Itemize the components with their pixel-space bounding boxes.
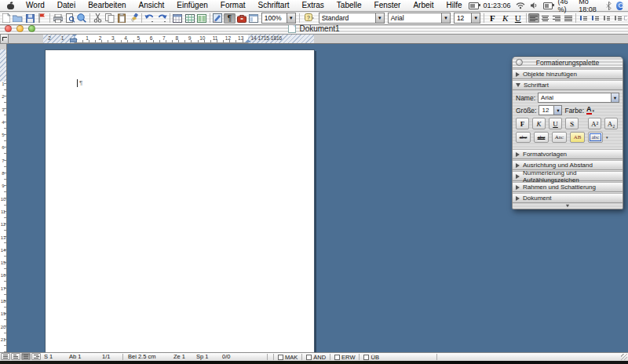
cut-icon[interactable] bbox=[92, 13, 103, 24]
shadow-button[interactable]: S bbox=[565, 118, 579, 129]
underline-button[interactable]: U bbox=[512, 13, 524, 23]
outline-view-button[interactable] bbox=[31, 353, 41, 360]
status-toggle[interactable]: ERW bbox=[330, 354, 359, 360]
menu-item[interactable]: Ansicht bbox=[133, 0, 171, 11]
bluetooth-icon[interactable] bbox=[606, 1, 612, 10]
right-indent-marker[interactable] bbox=[245, 39, 251, 42]
toolbox-icon[interactable] bbox=[236, 13, 247, 24]
volume-icon[interactable] bbox=[530, 1, 539, 10]
bold-button[interactable]: F bbox=[516, 118, 529, 129]
print-icon[interactable] bbox=[53, 13, 64, 24]
character-border-button[interactable]: abc bbox=[588, 132, 603, 143]
menu-item[interactable]: Extras bbox=[296, 0, 330, 11]
decrease-indent-button[interactable] bbox=[601, 13, 612, 23]
font-color-well[interactable]: A ▾ bbox=[586, 106, 594, 115]
columns-icon[interactable] bbox=[196, 13, 207, 24]
size-dropdown[interactable]: 12 ▼ bbox=[454, 13, 480, 24]
palette-section[interactable]: Dokument bbox=[513, 193, 623, 203]
section-font[interactable]: Schriftart bbox=[513, 80, 623, 90]
paste-icon[interactable] bbox=[116, 13, 127, 24]
palette-title-bar[interactable]: Formatierungspalette bbox=[513, 57, 623, 68]
menu-item[interactable]: Tabelle bbox=[330, 0, 368, 11]
zoom-dropdown[interactable]: 100% ▼ bbox=[261, 13, 296, 24]
status-toggle[interactable]: MAK bbox=[273, 354, 301, 360]
save-icon[interactable] bbox=[24, 13, 35, 24]
normal-view-button[interactable] bbox=[1, 353, 10, 360]
undo-icon[interactable] bbox=[144, 13, 155, 24]
menu-item[interactable]: Word bbox=[20, 0, 51, 11]
style-dropdown[interactable]: Standard ▼ bbox=[319, 13, 385, 24]
bulleted-list-button[interactable] bbox=[590, 13, 601, 23]
borders-icon[interactable] bbox=[624, 13, 628, 24]
italic-button[interactable]: K bbox=[498, 13, 511, 23]
palette-close-button[interactable] bbox=[516, 59, 523, 66]
spotlight-icon[interactable] bbox=[616, 2, 623, 10]
palette-section[interactable]: Formatvorlagen bbox=[513, 149, 623, 159]
left-indent-marker[interactable] bbox=[70, 38, 77, 42]
bold-button[interactable]: F bbox=[486, 13, 498, 23]
document-page[interactable]: ¶ bbox=[45, 49, 315, 352]
battery-time-icon[interactable] bbox=[469, 2, 479, 9]
drawing-icon[interactable] bbox=[212, 13, 223, 24]
menu-item[interactable]: Arbeit bbox=[407, 0, 440, 11]
copy-icon[interactable] bbox=[104, 13, 115, 24]
menu-item[interactable]: Format bbox=[214, 0, 252, 11]
help-icon[interactable]: ? bbox=[301, 13, 316, 24]
status-toggle[interactable]: ÄND bbox=[301, 354, 330, 360]
open-icon[interactable] bbox=[13, 13, 24, 24]
menu-clock[interactable]: Mo 18:08 bbox=[579, 0, 601, 13]
subscript-button[interactable]: A₂ bbox=[604, 118, 618, 129]
palette-section[interactable]: Rahmen und Schattierung bbox=[513, 182, 623, 192]
gallery-icon[interactable] bbox=[248, 13, 259, 24]
tab-stop-selector[interactable] bbox=[0, 34, 9, 44]
page-layout-view-button[interactable] bbox=[21, 353, 31, 360]
superscript-button[interactable]: A² bbox=[588, 118, 601, 129]
font-name-value: Arial bbox=[539, 94, 611, 101]
increase-indent-button[interactable] bbox=[612, 13, 623, 23]
small-caps-button[interactable]: Abc bbox=[552, 132, 567, 143]
ruler-number: 2 bbox=[43, 34, 56, 43]
print-preview-icon[interactable] bbox=[64, 13, 75, 24]
highlight-button[interactable]: AB bbox=[570, 132, 585, 143]
insert-table-icon[interactable] bbox=[172, 13, 183, 24]
font-name-dropdown[interactable]: Arial ▼ bbox=[538, 93, 619, 103]
apple-menu-icon[interactable] bbox=[7, 2, 13, 9]
new-document-icon[interactable] bbox=[1, 13, 12, 24]
underline-button[interactable]: U bbox=[549, 118, 562, 129]
menu-item[interactable]: Bearbeiten bbox=[82, 0, 132, 11]
palette-section[interactable]: Nummerierung und Aufzählungszeichen bbox=[513, 171, 623, 181]
checkbox-icon bbox=[334, 355, 340, 360]
section-add-objects[interactable]: Objekte hinzufügen bbox=[513, 69, 623, 79]
redo-icon[interactable] bbox=[156, 13, 167, 24]
status-toggle[interactable]: ÜB bbox=[359, 354, 382, 360]
align-right-button[interactable] bbox=[551, 13, 562, 23]
font-dropdown[interactable]: Arial ▼ bbox=[388, 13, 451, 24]
menu-item[interactable]: Fenster bbox=[368, 0, 407, 11]
horizontal-ruler[interactable]: 21 12345678910111213141516 1718 bbox=[9, 34, 628, 44]
flag-for-followup-icon[interactable] bbox=[36, 13, 47, 24]
online-layout-view-button[interactable] bbox=[11, 353, 20, 360]
menu-item[interactable]: Datei bbox=[51, 0, 82, 11]
vertical-ruler[interactable]: 123456789101112131415161718192021 bbox=[0, 44, 7, 352]
disclosure-triangle-icon bbox=[516, 72, 520, 77]
palette-resize-strip[interactable] bbox=[513, 203, 623, 209]
insert-excel-table-icon[interactable] bbox=[184, 13, 195, 24]
align-center-button[interactable] bbox=[540, 13, 551, 23]
strikethrough-button[interactable]: abc bbox=[516, 132, 531, 143]
align-left-button[interactable] bbox=[528, 13, 539, 23]
wifi-icon[interactable] bbox=[516, 1, 525, 10]
align-justify-button[interactable] bbox=[563, 13, 574, 23]
font-size-dropdown[interactable]: 12 ▼ bbox=[539, 105, 562, 115]
menu-item[interactable]: Schriftart bbox=[251, 0, 295, 11]
numbered-list-button[interactable] bbox=[578, 13, 589, 23]
format-painter-icon[interactable] bbox=[128, 13, 139, 24]
menu-item[interactable]: Hilfe bbox=[440, 0, 469, 11]
resize-grip[interactable] bbox=[621, 354, 627, 360]
battery-icon[interactable] bbox=[543, 2, 553, 9]
show-paragraphs-icon[interactable]: ¶ bbox=[224, 13, 235, 24]
chevron-down-icon[interactable]: ▾ bbox=[606, 135, 608, 140]
menu-item[interactable]: Einfügen bbox=[170, 0, 214, 11]
italic-button[interactable]: K bbox=[532, 118, 546, 129]
web-search-icon[interactable] bbox=[76, 13, 87, 24]
double-strikethrough-button[interactable]: abc bbox=[534, 132, 549, 143]
